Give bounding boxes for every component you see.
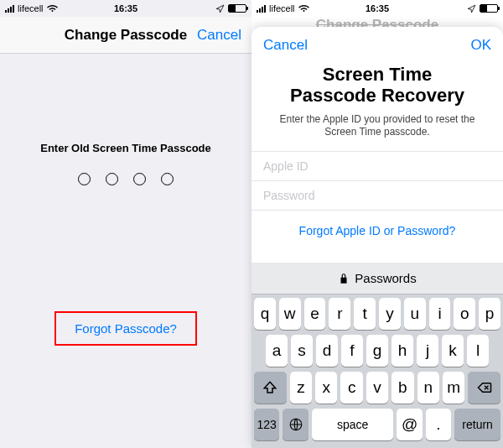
backspace-icon: [477, 380, 492, 395]
numbers-key[interactable]: 123: [254, 409, 279, 440]
key-z[interactable]: z: [290, 372, 312, 404]
screen-change-passcode: lifecell 16:35 Change Passcode Cancel En…: [0, 0, 252, 448]
key-u[interactable]: u: [404, 298, 426, 330]
password-field[interactable]: Password: [252, 181, 503, 211]
apple-id-field[interactable]: Apple ID: [252, 152, 503, 181]
passcode-prompt: Enter Old Screen Time Passcode: [40, 142, 211, 154]
wifi-icon: [298, 4, 309, 13]
key-m[interactable]: m: [443, 372, 464, 404]
keyboard: Passwords qwertyuiop asdfghjkl zxcvbnm 1…: [252, 263, 503, 448]
carrier-label: lifecell: [269, 3, 295, 13]
globe-key[interactable]: [283, 409, 308, 440]
key-a[interactable]: a: [266, 335, 288, 367]
keyboard-suggestion-bar[interactable]: Passwords: [252, 263, 503, 294]
sheet-title: Screen Time Passcode Recovery: [252, 64, 503, 107]
globe-icon: [288, 417, 303, 432]
sheet-cancel-button[interactable]: Cancel: [263, 37, 308, 54]
dot-key[interactable]: .: [426, 409, 451, 440]
battery-icon: [480, 4, 498, 13]
key-t[interactable]: t: [354, 298, 376, 330]
key-e[interactable]: e: [304, 298, 326, 330]
passcode-content: Enter Old Screen Time Passcode Forgot Pa…: [0, 54, 252, 448]
battery-icon: [228, 4, 246, 13]
cancel-button[interactable]: Cancel: [197, 27, 241, 44]
key-f[interactable]: f: [341, 335, 363, 367]
passcode-dots[interactable]: [78, 173, 174, 185]
key-j[interactable]: j: [417, 335, 438, 367]
key-q[interactable]: q: [254, 298, 276, 330]
sheet-ok-button[interactable]: OK: [470, 37, 491, 54]
location-icon: [215, 4, 225, 13]
sheet-nav: Cancel OK: [252, 27, 503, 64]
key-g[interactable]: g: [366, 335, 388, 367]
forgot-apple-id-link[interactable]: Forgot Apple ID or Password?: [252, 211, 503, 251]
shift-key[interactable]: [254, 372, 287, 404]
key-n[interactable]: n: [417, 372, 439, 404]
passcode-dot: [133, 173, 146, 185]
carrier-label: lifecell: [18, 3, 44, 13]
passcode-dot: [78, 173, 91, 185]
shift-icon: [262, 380, 277, 395]
passcode-dot: [106, 173, 118, 185]
keyboard-row-bottom: 123 space @ . return: [254, 409, 500, 440]
key-v[interactable]: v: [366, 372, 388, 404]
key-p[interactable]: p: [479, 298, 500, 330]
signal-icon: [257, 4, 266, 13]
key-c[interactable]: c: [340, 372, 362, 404]
sheet-subtitle: Enter the Apple ID you provided to reset…: [252, 107, 503, 151]
status-bar: lifecell 16:35: [252, 0, 503, 17]
backspace-key[interactable]: [468, 372, 500, 404]
credential-fields: Apple ID Password: [252, 151, 503, 211]
key-y[interactable]: y: [379, 298, 401, 330]
at-key[interactable]: @: [397, 409, 422, 440]
return-key[interactable]: return: [454, 409, 500, 440]
clock: 16:35: [114, 3, 137, 13]
screen-passcode-recovery: lifecell 16:35 Change Passcode Cancel OK…: [252, 0, 503, 448]
key-o[interactable]: o: [454, 298, 475, 330]
key-i[interactable]: i: [429, 298, 451, 330]
signal-icon: [5, 4, 14, 13]
location-icon: [467, 4, 476, 13]
recovery-sheet: Cancel OK Screen Time Passcode Recovery …: [252, 27, 503, 448]
nav-bar: Change Passcode Cancel: [0, 17, 252, 54]
space-key[interactable]: space: [312, 409, 393, 440]
keyboard-row-1: qwertyuiop: [254, 298, 500, 330]
key-x[interactable]: x: [315, 372, 337, 404]
key-d[interactable]: d: [316, 335, 338, 367]
status-bar: lifecell 16:35: [0, 0, 252, 17]
clock: 16:35: [366, 3, 389, 13]
key-b[interactable]: b: [392, 372, 413, 404]
wifi-icon: [47, 4, 58, 13]
key-w[interactable]: w: [279, 298, 301, 330]
forgot-passcode-highlight: Forgot Passcode?: [54, 311, 197, 346]
keyboard-row-2: asdfghjkl: [254, 335, 500, 367]
passcode-dot: [161, 173, 174, 185]
forgot-passcode-link[interactable]: Forgot Passcode?: [75, 321, 177, 336]
key-k[interactable]: k: [442, 335, 464, 367]
key-h[interactable]: h: [392, 335, 413, 367]
keyboard-row-3: zxcvbnm: [254, 372, 500, 404]
key-s[interactable]: s: [291, 335, 313, 367]
nav-title: Change Passcode: [65, 27, 187, 44]
key-r[interactable]: r: [329, 298, 350, 330]
key-icon: [338, 273, 350, 284]
key-l[interactable]: l: [467, 335, 489, 367]
